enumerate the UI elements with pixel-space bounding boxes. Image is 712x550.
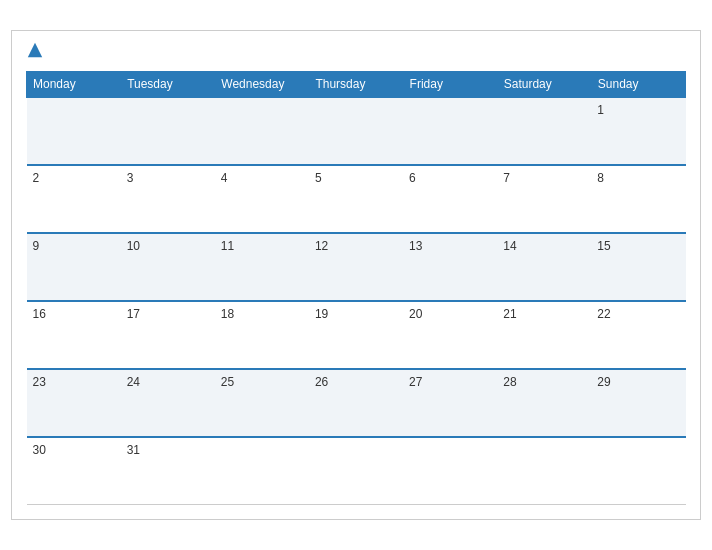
weekday-header-wednesday: Wednesday bbox=[215, 71, 309, 97]
calendar-day-20: 20 bbox=[403, 301, 497, 369]
calendar-day-26: 26 bbox=[309, 369, 403, 437]
calendar-week-row: 9101112131415 bbox=[27, 233, 686, 301]
calendar-day-22: 22 bbox=[591, 301, 685, 369]
calendar-week-row: 16171819202122 bbox=[27, 301, 686, 369]
calendar-week-row: 23242526272829 bbox=[27, 369, 686, 437]
calendar-day-5: 5 bbox=[309, 165, 403, 233]
calendar-header bbox=[26, 41, 686, 63]
logo bbox=[26, 41, 47, 63]
calendar-day-1: 1 bbox=[591, 97, 685, 165]
calendar-day-empty bbox=[215, 97, 309, 165]
calendar-day-empty bbox=[309, 437, 403, 505]
calendar-day-17: 17 bbox=[121, 301, 215, 369]
calendar-day-empty bbox=[27, 97, 121, 165]
calendar-day-4: 4 bbox=[215, 165, 309, 233]
calendar-day-empty bbox=[497, 97, 591, 165]
calendar-day-empty bbox=[591, 437, 685, 505]
calendar-day-25: 25 bbox=[215, 369, 309, 437]
calendar-day-14: 14 bbox=[497, 233, 591, 301]
weekday-header-monday: Monday bbox=[27, 71, 121, 97]
calendar-week-row: 3031 bbox=[27, 437, 686, 505]
calendar-table: MondayTuesdayWednesdayThursdayFridaySatu… bbox=[26, 71, 686, 506]
calendar-day-30: 30 bbox=[27, 437, 121, 505]
calendar-day-31: 31 bbox=[121, 437, 215, 505]
calendar-day-6: 6 bbox=[403, 165, 497, 233]
weekday-header-thursday: Thursday bbox=[309, 71, 403, 97]
calendar-day-24: 24 bbox=[121, 369, 215, 437]
calendar-day-3: 3 bbox=[121, 165, 215, 233]
logo-icon bbox=[26, 41, 44, 63]
calendar-thead: MondayTuesdayWednesdayThursdayFridaySatu… bbox=[27, 71, 686, 97]
calendar-day-29: 29 bbox=[591, 369, 685, 437]
calendar-day-8: 8 bbox=[591, 165, 685, 233]
calendar-day-27: 27 bbox=[403, 369, 497, 437]
calendar-week-row: 1 bbox=[27, 97, 686, 165]
calendar-day-19: 19 bbox=[309, 301, 403, 369]
calendar-day-18: 18 bbox=[215, 301, 309, 369]
calendar-day-2: 2 bbox=[27, 165, 121, 233]
calendar-day-15: 15 bbox=[591, 233, 685, 301]
calendar-day-empty bbox=[403, 97, 497, 165]
calendar-day-21: 21 bbox=[497, 301, 591, 369]
calendar-day-7: 7 bbox=[497, 165, 591, 233]
calendar-day-23: 23 bbox=[27, 369, 121, 437]
calendar-day-empty bbox=[497, 437, 591, 505]
calendar-container: MondayTuesdayWednesdayThursdayFridaySatu… bbox=[11, 30, 701, 521]
calendar-day-9: 9 bbox=[27, 233, 121, 301]
calendar-day-12: 12 bbox=[309, 233, 403, 301]
weekday-header-tuesday: Tuesday bbox=[121, 71, 215, 97]
weekday-header-sunday: Sunday bbox=[591, 71, 685, 97]
calendar-day-empty bbox=[215, 437, 309, 505]
calendar-tbody: 1234567891011121314151617181920212223242… bbox=[27, 97, 686, 505]
calendar-day-empty bbox=[403, 437, 497, 505]
calendar-day-28: 28 bbox=[497, 369, 591, 437]
calendar-week-row: 2345678 bbox=[27, 165, 686, 233]
calendar-day-empty bbox=[121, 97, 215, 165]
calendar-day-11: 11 bbox=[215, 233, 309, 301]
weekday-header-row: MondayTuesdayWednesdayThursdayFridaySatu… bbox=[27, 71, 686, 97]
weekday-header-saturday: Saturday bbox=[497, 71, 591, 97]
calendar-day-16: 16 bbox=[27, 301, 121, 369]
calendar-day-13: 13 bbox=[403, 233, 497, 301]
calendar-day-empty bbox=[309, 97, 403, 165]
calendar-day-10: 10 bbox=[121, 233, 215, 301]
svg-marker-0 bbox=[28, 43, 42, 57]
weekday-header-friday: Friday bbox=[403, 71, 497, 97]
